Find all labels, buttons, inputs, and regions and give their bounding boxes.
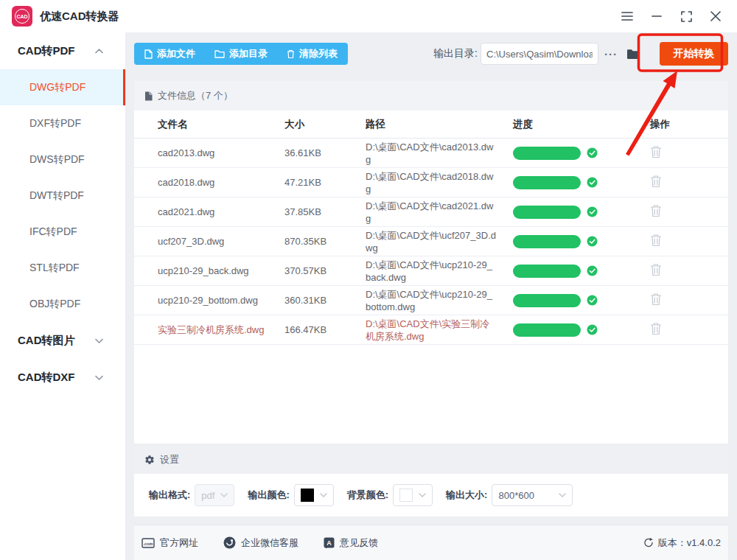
sidebar-item-dws-to-pdf[interactable]: DWS转PDF xyxy=(0,141,125,178)
file-info-header: 文件信息（7 个） xyxy=(134,81,728,111)
gear-icon xyxy=(144,455,155,465)
progress-bar xyxy=(513,206,581,219)
check-circle-icon xyxy=(587,147,598,158)
chevron-down-icon xyxy=(320,493,327,497)
background-color-select[interactable] xyxy=(393,484,433,506)
sidebar-group-cad-to-pdf[interactable]: CAD转PDF xyxy=(0,32,125,69)
add-file-button[interactable]: 添加文件 xyxy=(144,47,195,60)
app-window: CAD 优速CAD转换器 CAD转PDF DWG转PDF DXF xyxy=(0,0,737,560)
start-convert-button[interactable]: 开始转换 xyxy=(660,42,728,66)
delete-file-icon[interactable] xyxy=(650,204,662,217)
delete-file-icon[interactable] xyxy=(650,175,662,188)
sidebar-item-stl-to-pdf[interactable]: STL转PDF xyxy=(0,250,125,286)
output-directory-input[interactable] xyxy=(481,43,598,65)
table-row: ucf207_3D.dwg 870.35KB D:\桌面\CAD文件\ucf20… xyxy=(134,227,728,256)
chevron-up-icon xyxy=(95,49,103,54)
version-text: 版本：v1.4.0.2 xyxy=(658,536,721,550)
check-circle-icon xyxy=(587,324,598,335)
settings-panel: 输出格式: pdf 输出颜色: 背景颜色: 输出大小: 800*600 xyxy=(134,474,728,517)
sidebar-group-cad-to-dxf[interactable]: CAD转DXF xyxy=(0,359,125,396)
sidebar-group-label: CAD转图片 xyxy=(18,334,75,348)
table-row: cad2013.dwg 36.61KB D:\桌面\CAD文件\cad2013.… xyxy=(134,139,728,168)
sidebar-item-ifc-to-pdf[interactable]: IFC转PDF xyxy=(0,214,125,250)
delete-file-icon[interactable] xyxy=(650,263,662,276)
output-color-select[interactable] xyxy=(294,484,334,506)
svg-text:A: A xyxy=(326,539,332,547)
progress-indicator xyxy=(513,147,646,160)
sidebar-group-cad-to-image[interactable]: CAD转图片 xyxy=(0,322,125,359)
delete-file-icon[interactable] xyxy=(650,145,662,158)
check-circle-icon xyxy=(587,295,598,306)
delete-file-icon[interactable] xyxy=(650,293,662,306)
file-icon xyxy=(144,49,153,59)
column-size: 大小 xyxy=(284,118,366,131)
official-website-link[interactable]: .com 官方网址 xyxy=(142,536,198,550)
settings-header: 设置 xyxy=(134,446,728,474)
progress-bar xyxy=(513,176,581,189)
table-row: 实验三制冷机房系统.dwg 166.47KB D:\桌面\CAD文件\实验三制冷… xyxy=(134,315,728,345)
column-path: 路径 xyxy=(366,118,513,131)
progress-bar xyxy=(513,323,581,337)
table-row: ucp210-29_back.dwg 370.57KB D:\桌面\CAD文件\… xyxy=(134,256,728,286)
file-actions-bar: 添加文件 添加目录 清除列表 xyxy=(134,43,348,65)
file-panel: 文件信息（7 个） 文件名 大小 路径 进度 操作 cad2013.dwg 36… xyxy=(134,81,728,444)
version-info: 版本：v1.4.0.2 xyxy=(643,536,721,550)
chevron-down-icon xyxy=(419,493,426,497)
sidebar-group-label: CAD转PDF xyxy=(18,44,75,58)
progress-indicator xyxy=(513,323,646,337)
refresh-icon[interactable] xyxy=(643,537,654,548)
wechat-service-icon xyxy=(223,536,236,549)
check-circle-icon xyxy=(587,177,598,188)
website-icon: .com xyxy=(142,538,155,548)
progress-bar xyxy=(513,294,581,307)
feedback-icon: A xyxy=(324,537,335,549)
output-size-select[interactable]: 800*600 xyxy=(492,484,573,506)
sidebar-item-dwt-to-pdf[interactable]: DWT转PDF xyxy=(0,178,125,214)
trash-icon xyxy=(287,49,295,59)
progress-bar xyxy=(513,265,581,278)
sidebar-item-dwg-to-pdf[interactable]: DWG转PDF xyxy=(0,69,125,105)
column-operation: 操作 xyxy=(646,118,728,131)
clear-list-button[interactable]: 清除列表 xyxy=(287,47,338,60)
svg-text:.com: .com xyxy=(144,542,153,546)
delete-file-icon[interactable] xyxy=(650,234,662,247)
progress-bar xyxy=(513,147,581,160)
maximize-icon[interactable] xyxy=(680,10,693,23)
browse-more-button[interactable]: ··· xyxy=(604,48,618,60)
table-row: ucp210-29_bottom.dwg 360.31KB D:\桌面\CAD文… xyxy=(134,286,728,315)
chevron-down-icon xyxy=(95,338,103,343)
feedback-link[interactable]: A 意见反馈 xyxy=(324,536,378,550)
minimize-icon[interactable] xyxy=(650,10,663,23)
chevron-down-icon xyxy=(220,493,228,497)
window-controls xyxy=(621,10,737,23)
background-color-label: 背景颜色: xyxy=(347,489,388,502)
sidebar: CAD转PDF DWG转PDF DXF转PDF DWS转PDF DWT转PDF … xyxy=(0,32,125,560)
sidebar-item-dxf-to-pdf[interactable]: DXF转PDF xyxy=(0,105,125,141)
table-header: 文件名 大小 路径 进度 操作 xyxy=(134,111,728,139)
app-logo-icon: CAD xyxy=(12,6,32,27)
check-circle-icon xyxy=(587,206,598,217)
wechat-support-link[interactable]: 企业微信客服 xyxy=(223,536,298,550)
chevron-down-icon xyxy=(559,493,566,497)
chevron-down-icon xyxy=(95,375,103,380)
column-filename: 文件名 xyxy=(158,118,284,131)
folder-icon xyxy=(626,49,640,60)
toolbar: 添加文件 添加目录 清除列表 输出目录: ··· 开始转换 xyxy=(134,42,728,66)
main-area: 添加文件 添加目录 清除列表 输出目录: ··· 开始转换 xyxy=(125,32,737,560)
white-color-swatch xyxy=(399,489,413,502)
progress-indicator xyxy=(513,265,646,278)
progress-bar xyxy=(513,235,581,248)
open-folder-button[interactable] xyxy=(626,49,640,60)
progress-indicator xyxy=(513,235,646,248)
output-size-label: 输出大小: xyxy=(446,489,487,502)
output-format-select[interactable]: pdf xyxy=(195,484,234,506)
output-color-label: 输出颜色: xyxy=(248,489,289,502)
progress-indicator xyxy=(513,294,646,307)
delete-file-icon[interactable] xyxy=(650,322,662,335)
add-directory-button[interactable]: 添加目录 xyxy=(214,47,268,60)
app-title: 优速CAD转换器 xyxy=(40,10,119,24)
sidebar-item-obj-to-pdf[interactable]: OBJ转PDF xyxy=(0,286,125,322)
close-icon[interactable] xyxy=(709,10,722,23)
menu-icon[interactable] xyxy=(621,10,634,23)
progress-indicator xyxy=(513,176,646,189)
